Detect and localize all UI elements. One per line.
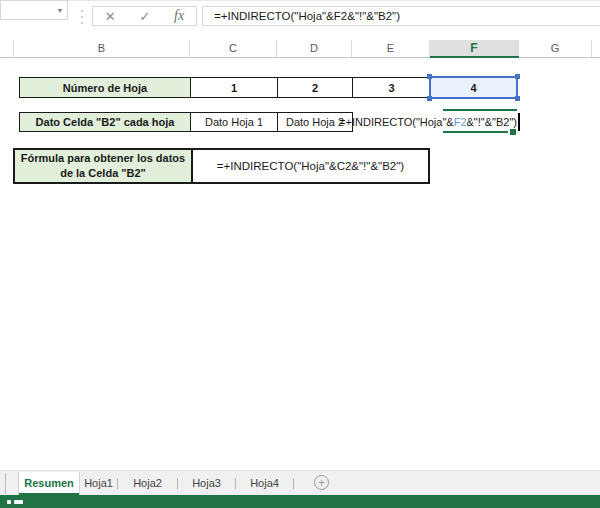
selection-handle[interactable] [515,96,520,101]
selected-column-underline [430,56,519,58]
formula-prefix: =+INDIRECTO("Hoja"& [339,116,454,128]
column-header-b[interactable]: B [14,40,190,57]
name-box-dropdown-icon[interactable]: ▾ [53,6,67,15]
sheet-tab-bar: Resumen Hoja1 Hoja2 Hoja3 Hoja4 + [0,470,600,495]
cancel-icon[interactable]: ✕ [105,10,116,23]
formula-bar[interactable]: =+INDIRECTO("Hoja"&F2&"!"&"B2") [202,6,600,26]
formula-bar-separator [78,8,86,26]
add-sheet-icon[interactable]: + [314,475,329,490]
selection-handle[interactable] [427,96,432,101]
column-header-e[interactable]: E [352,40,430,57]
tab-hoja2[interactable]: Hoja2 [118,472,177,495]
text-cursor [518,113,520,131]
macro-indicator-icon[interactable] [14,500,23,504]
column-header-g[interactable]: G [519,40,592,57]
selection-handle[interactable] [515,74,520,79]
excel-window: ▾ ✕ ✓ fx =+INDIRECTO("Hoja"&F2&"!"&"B2")… [0,0,600,508]
hoja-3-number-cell[interactable]: 3 [352,77,431,98]
hoja-2-number-cell[interactable]: 2 [277,77,353,98]
tabbar-left-divider [5,473,6,494]
selection-handle[interactable] [427,74,432,79]
ribbon-divider [0,0,600,1]
column-header-a-sliver[interactable] [0,40,14,57]
formula-suffix: &"!"&"B2") [467,116,517,128]
macro-indicator-icon[interactable] [7,500,11,504]
column-header-d[interactable]: D [277,40,352,57]
insert-function-icon[interactable]: fx [174,9,184,23]
formula-bar-buttons: ✕ ✓ fx [92,6,197,26]
column-header-f-selected[interactable]: F [430,40,519,57]
referenced-cell-value: 4 [470,82,476,94]
hoja-1-number-cell[interactable]: 1 [190,77,278,98]
numero-de-hoja-label-cell[interactable]: Número de Hoja [19,77,191,98]
name-box[interactable]: ▾ [0,0,68,20]
active-cell-top-border [443,109,517,111]
tab-separator [293,478,294,489]
referenced-cell-f2[interactable]: 4 [429,76,518,99]
enter-icon[interactable]: ✓ [139,10,150,23]
tab-resumen[interactable]: Resumen [18,472,80,495]
numero-de-hoja-row: Número de Hoja 1 2 3 [19,77,431,98]
status-bar [0,495,600,508]
tab-hoja1[interactable]: Hoja1 [80,472,117,495]
dato-celda-row: Dato Celda "B2" cada hoja Dato Hoja 1 Da… [19,112,353,132]
formula-explanation-line2: de la Celda "B2" [60,166,146,181]
formula-explanation-label: Fórmula para obtener los datos de la Cel… [15,150,193,182]
formula-cell-reference: F2 [454,116,467,128]
formula-explanation-formula: =+INDIRECTO("Hoja"&C2&"!"&"B2") [193,150,428,182]
dato-hoja-1-cell[interactable]: Dato Hoja 1 [190,112,278,132]
column-header-c[interactable]: C [190,40,277,57]
in-cell-formula-editor[interactable]: =+INDIRECTO("Hoja"&F2&"!"&"B2") [330,112,517,132]
formula-explanation-line1: Fórmula para obtener los datos [21,151,185,166]
dato-celda-label-cell[interactable]: Dato Celda "B2" cada hoja [19,112,191,132]
tab-hoja4[interactable]: Hoja4 [236,472,293,495]
formula-bar-text: =+INDIRECTO("Hoja"&F2&"!"&"B2") [203,10,400,22]
formula-explanation-box: Fórmula para obtener los datos de la Cel… [13,148,430,184]
tab-hoja3[interactable]: Hoja3 [178,472,235,495]
